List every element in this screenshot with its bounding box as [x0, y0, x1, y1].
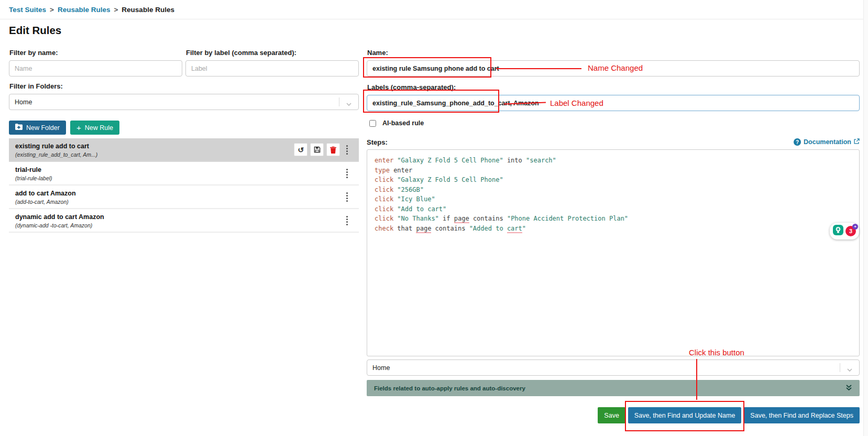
rule-name: trial-rule	[15, 166, 353, 173]
trash-icon	[330, 146, 336, 154]
filter-by-name-input[interactable]	[9, 60, 182, 77]
ai-based-rule-checkbox[interactable]	[369, 120, 376, 127]
rule-folder-select[interactable]: Home	[367, 359, 860, 376]
chevron-down-icon	[346, 101, 352, 108]
badge-plus-icon: +	[852, 224, 858, 230]
new-rule-label: New Rule	[85, 124, 113, 132]
kebab-icon	[346, 216, 348, 225]
rule-list-item[interactable]: existing rule add to cart(existing_rule_…	[9, 138, 359, 162]
steps-code: enter "Galaxy Z Fold 5 Cell Phone" into …	[375, 156, 852, 233]
new-rule-button[interactable]: + New Rule	[70, 121, 119, 135]
filter-by-name-label: Filter by name:	[9, 49, 182, 57]
annotation-name-changed: Name Changed	[588, 63, 643, 72]
rule-list-item[interactable]: trial-rule(trial-rule-label)	[9, 162, 359, 186]
rule-menu-button[interactable]	[342, 215, 351, 226]
rule-labels: (dynamic-add -to-cart, Amazon)	[15, 222, 353, 228]
help-icon: ?	[794, 138, 801, 146]
kebab-icon	[346, 192, 348, 202]
rule-name: dynamic add to cart Amazon	[15, 213, 353, 221]
ai-based-rule-label: AI-based rule	[382, 119, 424, 127]
rule-row-actions: ↺	[294, 143, 340, 156]
collapse-bar-label: Fields related to auto-apply rules and a…	[374, 385, 525, 391]
rule-list-item[interactable]: add to cart Amazon(add-to-cart, Amazon)	[9, 186, 359, 209]
auto-apply-collapse-bar[interactable]: Fields related to auto-apply rules and a…	[367, 380, 860, 396]
filter-by-label-label: Filter by label (comma separated):	[186, 49, 359, 57]
kebab-icon	[346, 169, 348, 178]
rules-list: existing rule add to cart(existing_rule_…	[9, 138, 359, 233]
code-line: check that page contains "Added to cart"	[375, 224, 852, 234]
undo-button[interactable]: ↺	[294, 143, 307, 156]
folders-filter-select[interactable]: Home	[9, 94, 359, 110]
breadcrumb-reusable-rules[interactable]: Reusable Rules	[58, 6, 111, 14]
kebab-icon	[346, 145, 348, 155]
save-button[interactable]: Save	[598, 407, 625, 423]
annotation-click-this-button: Click this button	[689, 348, 744, 357]
rule-name-label: Name:	[367, 49, 860, 57]
code-line: click "Galaxy Z Fold 5 Cell Phone"	[375, 175, 852, 185]
double-chevron-down-icon	[845, 384, 852, 393]
rule-menu-button[interactable]	[342, 144, 351, 156]
rule-labels-label: Labels (comma-separated):	[367, 83, 860, 91]
rule-labels: (trial-rule-label)	[15, 175, 353, 181]
save-icon	[314, 146, 321, 153]
chevron-down-icon	[847, 366, 853, 374]
code-line: click "No Thanks" if page contains "Phon…	[375, 214, 852, 224]
plus-icon: +	[76, 124, 81, 132]
steps-code-editor[interactable]: enter "Galaxy Z Fold 5 Cell Phone" into …	[367, 149, 860, 356]
filter-by-label-input[interactable]	[185, 60, 359, 77]
save-find-update-name-button[interactable]: Save, then Find and Update Name	[628, 407, 741, 423]
documentation-link[interactable]: ? Documentation	[794, 138, 860, 146]
code-line: enter "Galaxy Z Fold 5 Cell Phone" into …	[375, 156, 852, 166]
save-rule-button[interactable]	[310, 143, 324, 156]
breadcrumb-current: Reusable Rules	[122, 6, 174, 14]
delete-rule-button[interactable]	[326, 143, 340, 156]
rule-editor-panel: Name: Labels (comma-separated): AI-based…	[367, 49, 860, 423]
code-line: type enter	[375, 166, 852, 176]
new-folder-icon	[15, 124, 23, 132]
code-line: click "Add to cart"	[375, 204, 852, 214]
page-scrollbar[interactable]	[863, 0, 868, 436]
annotation-label-changed: Label Changed	[550, 99, 603, 107]
save-find-replace-steps-button[interactable]: Save, then Find and Replace Steps	[744, 407, 860, 423]
annotation-name-line	[496, 68, 581, 69]
rules-browser-panel: Filter by name: Filter by label (comma s…	[9, 49, 359, 233]
folders-filter-value: Home	[15, 99, 32, 106]
new-folder-label: New Folder	[26, 124, 60, 132]
undo-icon: ↺	[298, 146, 304, 154]
rule-name: add to cart Amazon	[15, 190, 353, 197]
lightbulb-icon[interactable]	[833, 225, 843, 237]
extension-overlay-pill[interactable]: 3 +	[830, 223, 859, 239]
external-link-icon	[854, 138, 860, 146]
edit-rules-page: Test Suites > Reusable Rules > Reusable …	[0, 0, 868, 436]
breadcrumb-test-suites[interactable]: Test Suites	[9, 6, 46, 14]
rule-menu-button[interactable]	[342, 191, 351, 203]
filter-in-folders-label: Filter in Folders:	[9, 82, 359, 90]
rule-labels: (add-to-cart, Amazon)	[15, 199, 353, 205]
breadcrumb-separator: >	[50, 6, 54, 14]
rule-menu-button[interactable]	[342, 168, 351, 179]
breadcrumb-separator: >	[114, 6, 118, 14]
rule-labels-input[interactable]	[367, 95, 860, 111]
code-line: click "Icy Blue"	[375, 194, 852, 204]
select-divider	[840, 363, 840, 372]
code-line: click "256GB"	[375, 185, 852, 195]
breadcrumb: Test Suites > Reusable Rules > Reusable …	[0, 0, 868, 19]
extension-count-badge[interactable]: 3 +	[845, 226, 856, 236]
rule-folder-value: Home	[372, 364, 390, 372]
page-title: Edit Rules	[9, 24, 61, 37]
annotation-click-line	[696, 359, 697, 400]
select-divider	[339, 97, 339, 106]
documentation-label: Documentation	[804, 138, 851, 146]
badge-count: 3	[849, 228, 852, 234]
rule-list-item[interactable]: dynamic add to cart Amazon(dynamic-add -…	[9, 209, 359, 233]
new-folder-button[interactable]: New Folder	[9, 121, 66, 135]
steps-label: Steps:	[367, 138, 388, 146]
